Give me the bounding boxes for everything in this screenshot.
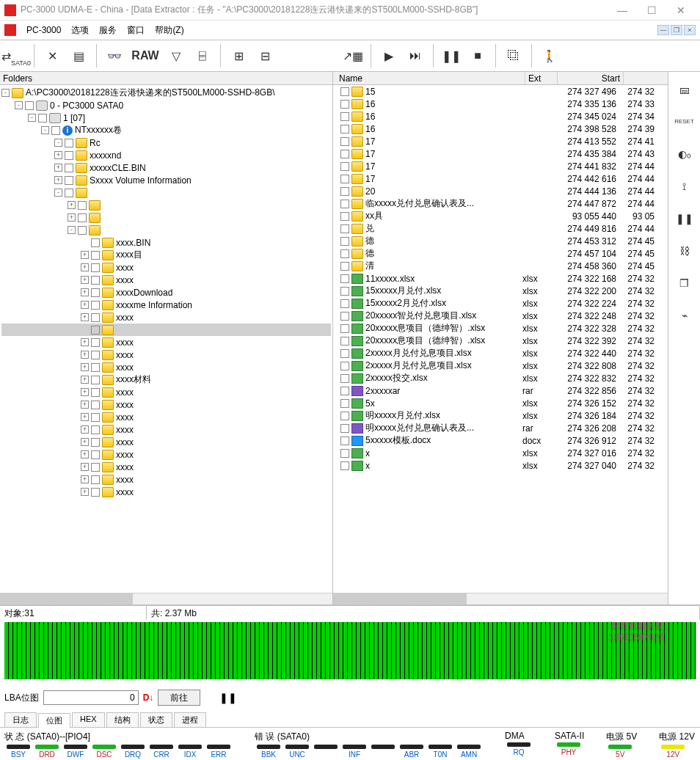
checkbox[interactable] — [340, 162, 349, 171]
tree-row[interactable]: +xxxx — [1, 274, 331, 286]
file-row[interactable]: xxlsx274 327 016274 32 — [333, 447, 668, 459]
checkbox[interactable] — [340, 461, 349, 470]
drive-icon[interactable]: 🖴 — [674, 79, 695, 100]
left-hscrollbar[interactable] — [0, 593, 332, 604]
tree-row[interactable]: -1 [07] — [1, 112, 331, 124]
checkbox[interactable] — [340, 312, 349, 321]
checkbox[interactable] — [65, 151, 73, 160]
checkbox[interactable] — [340, 150, 349, 158]
stop-button[interactable]: ■ — [466, 44, 489, 67]
checkbox[interactable] — [25, 101, 34, 110]
checkbox[interactable] — [91, 413, 100, 422]
close-button[interactable]: ✕ — [666, 4, 696, 16]
checkbox[interactable] — [340, 299, 349, 308]
checkbox[interactable] — [65, 164, 73, 172]
tab-日志[interactable]: 日志 — [4, 712, 37, 727]
file-row[interactable]: 17274 413 552274 41 — [333, 135, 668, 147]
expand-icon[interactable]: + — [81, 376, 89, 384]
checkbox[interactable] — [78, 213, 87, 222]
checkbox[interactable] — [340, 187, 349, 196]
file-row[interactable]: 11xxxxx.xlsxxlsx274 322 168274 32 — [333, 272, 668, 285]
checkbox[interactable] — [91, 438, 100, 447]
checkbox[interactable] — [91, 238, 100, 247]
file-row[interactable]: 5xxlsx274 326 152274 32 — [333, 397, 668, 409]
expand-icon[interactable]: + — [81, 288, 89, 296]
tree-row[interactable]: +xxxx — [1, 398, 331, 411]
mdi-minimize-button[interactable]: — — [657, 25, 669, 35]
tree-collapse-button[interactable]: ⊟ — [253, 44, 277, 67]
expand-icon[interactable]: + — [54, 164, 62, 172]
checkbox[interactable] — [91, 376, 100, 384]
expand-icon[interactable]: - — [1, 89, 10, 97]
tree-row[interactable]: +xxxx — [1, 361, 331, 373]
expand-icon[interactable]: + — [81, 313, 89, 321]
pause-button[interactable]: ❚❚ — [440, 44, 463, 67]
checkbox[interactable] — [340, 200, 349, 208]
tree-row[interactable]: +xxxx材料 — [1, 373, 331, 386]
tab-HEX[interactable]: HEX — [72, 712, 105, 727]
file-row[interactable]: 20xxxxx智兑付兑息项目.xlsxxlsx274 322 248274 32 — [333, 310, 668, 322]
checkbox[interactable] — [91, 425, 100, 434]
report-button[interactable]: ▤ — [67, 44, 90, 67]
col-ext[interactable]: Ext — [525, 72, 558, 84]
tab-状态[interactable]: 状态 — [140, 712, 172, 727]
menu-window[interactable]: 窗口 — [127, 24, 145, 37]
expand-icon[interactable]: + — [81, 363, 89, 371]
checkbox[interactable] — [340, 324, 349, 333]
expand-icon[interactable]: - — [54, 189, 62, 197]
tree-row[interactable]: +xxxxxCLE.BIN — [1, 161, 331, 174]
pause-side-button[interactable]: ❚❚ — [674, 208, 695, 229]
checkbox[interactable] — [340, 399, 349, 408]
file-row[interactable]: 德274 457 104274 45 — [333, 247, 668, 260]
file-row[interactable]: 20xxxxx息项目（德绅智）.xlsxxlsx274 322 328274 3… — [333, 322, 668, 335]
play-button[interactable]: ▶ — [377, 44, 401, 67]
skip-button[interactable]: ⏭ — [404, 44, 427, 67]
goto-button[interactable]: 前往 — [158, 690, 200, 706]
tree-row[interactable]: + — [1, 211, 331, 224]
checkbox[interactable] — [340, 337, 349, 346]
search-button[interactable]: 👓 — [103, 44, 126, 67]
checkbox[interactable] — [65, 176, 73, 185]
expand-icon[interactable]: + — [68, 213, 76, 222]
checkbox[interactable] — [91, 251, 100, 260]
col-name[interactable]: Name — [336, 72, 525, 84]
checkbox[interactable] — [340, 449, 349, 458]
tree-row[interactable]: +xxxx — [1, 336, 331, 348]
sata-connector-button[interactable]: ⇄SATA0 — [4, 44, 28, 67]
checkbox[interactable] — [91, 463, 100, 472]
checkbox[interactable] — [91, 401, 100, 409]
expand-icon[interactable]: - — [54, 139, 62, 147]
expand-icon[interactable]: + — [81, 488, 89, 496]
tree-row[interactable]: +xxxx — [1, 348, 331, 361]
checkbox[interactable] — [91, 351, 100, 359]
tree-row[interactable]: - — [1, 224, 331, 236]
checkbox[interactable] — [91, 326, 100, 335]
tree-row[interactable]: +xxxxxnd — [1, 149, 331, 161]
tree-row[interactable]: -iNTxxxxxx卷 — [1, 124, 331, 136]
tree-row[interactable]: +xxxx — [1, 486, 331, 498]
checkbox[interactable] — [38, 114, 47, 123]
checkbox[interactable] — [340, 424, 349, 433]
checkbox[interactable] — [340, 237, 349, 246]
checkbox[interactable] — [340, 274, 349, 283]
checkbox[interactable] — [91, 313, 100, 322]
tree-row[interactable]: -A:\PC3000\20181228连云港快递来的ST500LM000-SSH… — [1, 87, 331, 99]
tools-button[interactable]: ✕ — [40, 44, 64, 67]
checkbox[interactable] — [65, 189, 73, 197]
expand-icon[interactable]: - — [28, 114, 36, 122]
checkbox[interactable] — [91, 488, 100, 497]
expand-icon[interactable]: + — [81, 401, 89, 409]
menu-options[interactable]: 选项 — [71, 24, 89, 37]
checkbox[interactable] — [91, 263, 100, 272]
checkbox[interactable] — [340, 212, 349, 221]
file-row[interactable]: 临xxxxx兑付兑息确认表及...274 447 872274 44 — [333, 197, 668, 210]
expand-icon[interactable]: + — [81, 450, 89, 458]
checkbox[interactable] — [340, 100, 349, 109]
checkbox[interactable] — [340, 349, 349, 358]
file-row[interactable]: 16274 335 136274 33 — [333, 98, 668, 110]
right-hscrollbar[interactable] — [333, 593, 668, 604]
layers-icon[interactable]: ❐ — [674, 273, 695, 293]
expand-icon[interactable]: + — [81, 475, 89, 483]
mdi-restore-button[interactable]: ❐ — [671, 25, 682, 35]
file-row[interactable]: xx具93 055 44093 05 — [333, 210, 668, 222]
